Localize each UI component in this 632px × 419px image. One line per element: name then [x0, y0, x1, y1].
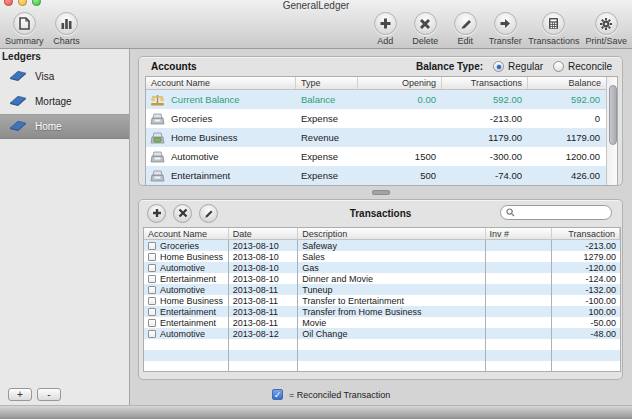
col-type[interactable]: Type: [296, 77, 358, 89]
account-transactions: -300.00: [442, 151, 528, 162]
radio-reconcile-icon[interactable]: [553, 61, 564, 72]
sidebar-header: Ledgers: [0, 49, 129, 64]
tx-description: Transfer from Home Business: [298, 306, 485, 317]
add-transaction-button[interactable]: [147, 204, 166, 223]
empty-row: [144, 339, 620, 350]
account-balance: 592.00: [528, 94, 606, 105]
tx-account: Automotive: [160, 329, 205, 339]
col-inv[interactable]: Inv #: [486, 228, 553, 239]
sidebar-item-label: Mortage: [35, 96, 72, 107]
transaction-row[interactable]: Automotive 2013-08-12 Oil Change -48.00: [144, 328, 620, 339]
add-ledger-button[interactable]: +: [8, 388, 32, 401]
radio-regular-label: Regular: [508, 61, 543, 72]
col-opening[interactable]: Opening: [358, 77, 442, 89]
radio-reconcile-label: Reconcile: [568, 61, 612, 72]
tx-date: 2013-08-10: [229, 262, 299, 273]
tx-amount: -48.00: [552, 328, 620, 339]
col-transactions[interactable]: Transactions: [442, 77, 528, 89]
account-opening: 0.00: [358, 94, 442, 105]
zoom-window-button[interactable]: [32, 0, 41, 6]
sidebar-item-home[interactable]: Home: [0, 114, 129, 139]
col-date[interactable]: Date: [229, 228, 299, 239]
account-row[interactable]: Current Balance Balance 0.00 592.00 592.…: [146, 90, 606, 109]
transaction-row[interactable]: Home Business 2013-08-10 Sales 1279.00: [144, 251, 620, 262]
transactions-label: Transactions: [528, 36, 579, 46]
search-input[interactable]: [518, 208, 603, 218]
tx-amount: -50.00: [552, 317, 620, 328]
reconcile-checkbox[interactable]: [148, 264, 156, 272]
account-row[interactable]: Entertainment Expense 500 -74.00 426.00: [146, 166, 606, 185]
accounts-scrollbar[interactable]: [606, 77, 617, 185]
account-row[interactable]: Groceries Expense -213.00 0: [146, 109, 606, 128]
col-account-name[interactable]: Account Name: [144, 228, 229, 239]
sidebar-item-visa[interactable]: Visa: [0, 64, 129, 89]
transaction-row[interactable]: Groceries 2013-08-10 Safeway -213.00: [144, 240, 620, 251]
col-balance[interactable]: Balance: [528, 77, 606, 89]
transaction-row[interactable]: Home Business 2013-08-11 Transfer to Ent…: [144, 295, 620, 306]
account-row[interactable]: Home Business Revenue 1179.00 1179.00: [146, 128, 606, 147]
transactions-table: Account Name Date Description Inv # Tran…: [143, 227, 621, 372]
edit-button[interactable]: Edit: [448, 12, 482, 46]
balance-type-reconcile[interactable]: Reconcile: [553, 61, 612, 72]
account-transactions: -213.00: [442, 113, 528, 124]
scrollbar-thumb[interactable]: [609, 85, 617, 145]
transaction-row[interactable]: Entertainment 2013-08-10 Dinner and Movi…: [144, 273, 620, 284]
account-type: Expense: [296, 170, 358, 181]
transaction-row[interactable]: Entertainment 2013-08-11 Transfer from H…: [144, 306, 620, 317]
add-button[interactable]: Add: [368, 12, 402, 46]
transfer-label: Transfer: [489, 36, 522, 46]
reconcile-checkbox[interactable]: [148, 286, 156, 294]
reconcile-checkbox[interactable]: [148, 275, 156, 283]
balance-type-group: Balance Type: Regular Reconcile: [416, 61, 612, 72]
account-name: Automotive: [171, 151, 219, 162]
account-transactions: -74.00: [442, 170, 528, 181]
accounts-panel-header: Accounts Balance Type: Regular Reconcile: [139, 57, 622, 74]
summary-label: Summary: [5, 36, 44, 46]
accounts-title: Accounts: [151, 61, 197, 72]
delete-button[interactable]: Delete: [408, 12, 442, 46]
reconcile-checkbox[interactable]: [148, 319, 156, 327]
charts-button[interactable]: Charts: [50, 12, 84, 46]
col-transaction[interactable]: Transaction: [552, 228, 620, 239]
tx-description: Transfer to Entertainment: [298, 295, 485, 306]
transactions-button[interactable]: Transactions: [528, 12, 579, 46]
reconciled-label: = Reconciled Transaction: [289, 390, 390, 400]
balance-type-regular[interactable]: Regular: [493, 61, 543, 72]
splitter-handle[interactable]: [372, 190, 390, 195]
search-field[interactable]: [500, 205, 612, 220]
print-save-button[interactable]: Print/Save: [585, 12, 627, 46]
edit-label: Edit: [458, 36, 474, 46]
reconcile-checkbox[interactable]: [148, 297, 156, 305]
tx-date: 2013-08-11: [229, 306, 299, 317]
tx-inv: [486, 251, 553, 262]
transaction-row[interactable]: Automotive 2013-08-11 Tuneup -132.00: [144, 284, 620, 295]
remove-ledger-button[interactable]: -: [37, 388, 61, 401]
transfer-button[interactable]: Transfer: [488, 12, 522, 46]
reconciled-legend: ✓ = Reconciled Transaction: [272, 389, 390, 400]
reconcile-checkbox[interactable]: [148, 253, 156, 261]
search-icon: [506, 208, 515, 217]
toolbar: Summary Charts Add: [0, 12, 632, 48]
delete-icon: [414, 12, 437, 35]
tx-inv: [486, 295, 553, 306]
transaction-row[interactable]: Entertainment 2013-08-11 Movie -50.00: [144, 317, 620, 328]
close-window-button[interactable]: [4, 0, 13, 6]
summary-button[interactable]: Summary: [5, 12, 44, 46]
edit-transaction-button[interactable]: [199, 204, 218, 223]
account-transactions: 1179.00: [442, 132, 528, 143]
minimize-window-button[interactable]: [18, 0, 27, 6]
sidebar-item-mortage[interactable]: Mortage: [0, 89, 129, 114]
account-balance: 426.00: [528, 170, 606, 181]
col-description[interactable]: Description: [298, 228, 485, 239]
col-account-name[interactable]: Account Name: [146, 77, 296, 89]
account-row[interactable]: Automotive Expense 1500 -300.00 1200.00: [146, 147, 606, 166]
reconciled-checkbox[interactable]: ✓: [272, 389, 283, 400]
reconcile-checkbox[interactable]: [148, 330, 156, 338]
reconcile-checkbox[interactable]: [148, 308, 156, 316]
radio-regular-icon[interactable]: [493, 61, 504, 72]
delete-transaction-button[interactable]: [173, 204, 192, 223]
reconcile-checkbox[interactable]: [148, 242, 156, 250]
toolbar-right-group: Add Delete Edit: [368, 12, 627, 46]
balance-type-label: Balance Type:: [416, 61, 483, 72]
transaction-row[interactable]: Automotive 2013-08-10 Gas -120.00: [144, 262, 620, 273]
